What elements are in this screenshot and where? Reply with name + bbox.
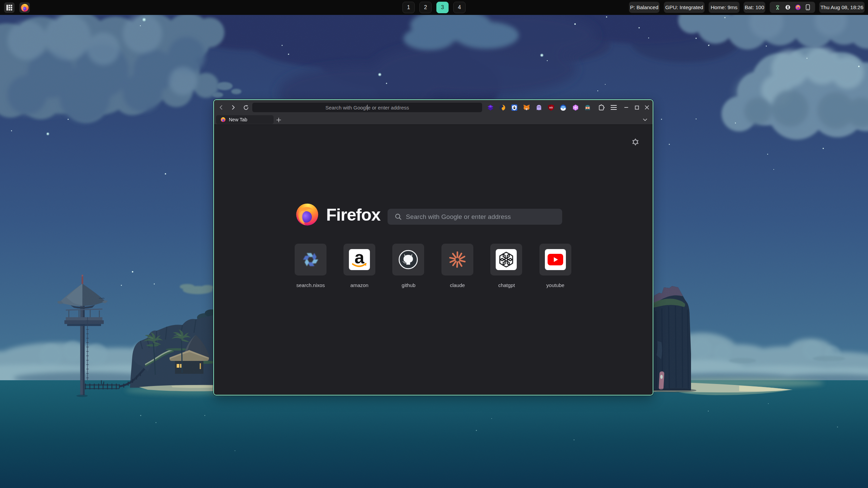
svg-text:a: a bbox=[355, 249, 365, 267]
svg-text:UO: UO bbox=[549, 106, 553, 109]
